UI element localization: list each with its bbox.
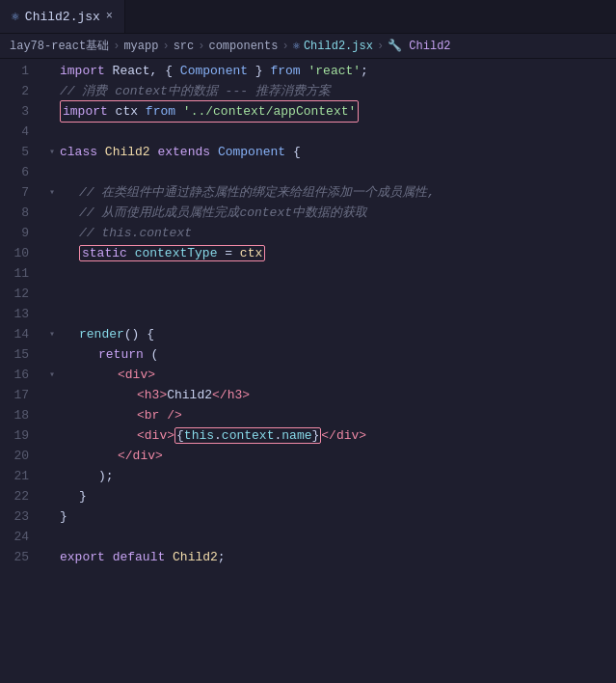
code-line: </div> [40,446,616,466]
code-line: } [40,506,616,527]
code-line: <br /> [40,405,616,425]
code-line [40,527,616,547]
line-content: } [60,506,67,527]
code-line [40,284,616,304]
breadcrumb-part: components [208,40,278,53]
code-line: // 从而使用此成员属性完成context中数据的获取 [40,203,616,223]
line-content: ); [60,466,114,486]
code-line: static contextType = ctx [40,243,616,263]
breadcrumb-file: Child2.jsx [304,40,373,53]
breadcrumb-part: src [174,40,195,53]
code-line: } [40,486,616,506]
tab-child2[interactable]: ⚛ Child2.jsx × [0,0,125,33]
code-line: ▾ render() { [40,324,616,344]
code-line: // this.context [40,223,616,243]
line-content: <div> [60,365,155,385]
breadcrumb-part: myapp [123,40,158,53]
file-icon: ⚛ [12,9,19,24]
line-content: // 从而使用此成员属性完成context中数据的获取 [60,203,367,223]
fold-gutter: ▾ [44,142,60,162]
line-content: // 消费 context中的数据 --- 推荐消费方案 [60,81,331,101]
line-content: <h3>Child2</h3> [60,385,250,405]
line-content: return ( [60,344,158,365]
code-line: ▾ class Child2 extends Component { [40,142,616,162]
line-content: class Child2 extends Component { [60,142,301,162]
close-icon[interactable]: × [106,10,113,23]
line-content: <div>{this.context.name}</div> [60,425,366,446]
line-content: static contextType = ctx [60,243,265,263]
line-content: import React, { Component } from 'react'… [60,61,368,81]
code-line [40,263,616,284]
line-content: } [60,486,87,506]
code-editor: import React, { Component } from 'react'… [40,59,616,681]
tab-label: Child2.jsx [25,10,100,24]
code-line [40,122,616,142]
breadcrumb-sep: › [377,40,384,53]
code-line [40,162,616,182]
line-content: export default Child2; [60,547,226,567]
code-line: <div>{this.context.name}</div> [40,425,616,446]
code-line: ▾ <div> [40,365,616,385]
code-line: ▾ // 在类组件中通过静态属性的绑定来给组件添加一个成员属性, [40,182,616,203]
breadcrumb-sep: › [281,40,288,53]
breadcrumb-sep: › [198,40,204,53]
fold-gutter: ▾ [44,324,60,344]
line-content: import ctx from '../context/appContext' [60,100,359,123]
react-icon: ⚛ [293,39,300,53]
line-content: <br /> [60,405,182,425]
code-line: <h3>Child2</h3> [40,385,616,405]
code-line: // 消费 context中的数据 --- 推荐消费方案 [40,81,616,101]
breadcrumb-component: 🔧 Child2 [388,39,450,53]
breadcrumb-part: lay78-react基础 [10,38,109,54]
line-content: render() { [60,324,154,344]
line-numbers: 1 2 3 4 5 6 7 8 9 10 11 12 13 14 15 16 1… [0,59,40,681]
tab-bar: ⚛ Child2.jsx × [0,0,616,34]
code-line: export default Child2; [40,547,616,567]
line-content: </div> [60,446,163,466]
code-area: 1 2 3 4 5 6 7 8 9 10 11 12 13 14 15 16 1… [0,59,616,681]
breadcrumb-sep: › [113,40,120,53]
fold-gutter: ▾ [44,365,60,385]
breadcrumb-sep: › [162,40,169,53]
line-content: // this.context [60,223,192,243]
code-line: ); [40,466,616,486]
line-content: // 在类组件中通过静态属性的绑定来给组件添加一个成员属性, [60,182,435,203]
code-line: import React, { Component } from 'react'… [40,61,616,81]
code-line [40,304,616,324]
code-line: import ctx from '../context/appContext' [40,101,616,122]
code-line: return ( [40,344,616,365]
fold-gutter: ▾ [44,182,60,203]
breadcrumb: lay78-react基础 › myapp › src › components… [0,34,616,59]
